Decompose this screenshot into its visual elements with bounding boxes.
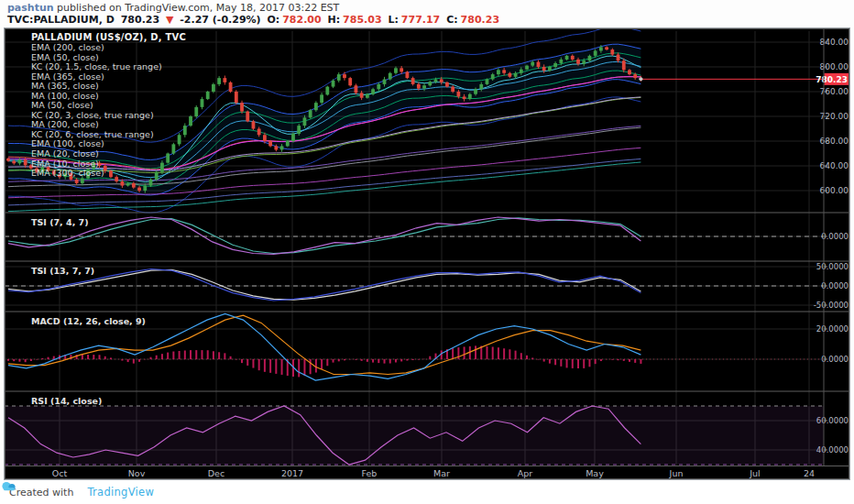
published-chart-page: pashtun published on TradingView.com, Ma…: [0, 0, 854, 504]
footer: Created with TradingView: [0, 480, 854, 504]
tradingview-cloud-icon: [0, 480, 18, 491]
svg-text:May: May: [586, 468, 604, 478]
tsi1-label[interactable]: TSI (7, 4, 7): [31, 217, 89, 227]
publish-line: pashtun published on TradingView.com, Ma…: [7, 2, 502, 14]
svg-text:Mar: Mar: [433, 468, 450, 478]
svg-text:Dec: Dec: [208, 468, 224, 478]
svg-text:24: 24: [804, 468, 815, 478]
symbol-bar: TVC:PALLADIUM, D 780.23 ▼ -2.27 (-0.29%)…: [7, 14, 502, 26]
indicator-legend: PALLADIUM (US$/OZ), D, TVC EMA (200, clo…: [31, 32, 186, 179]
macd-label[interactable]: MACD (12, 26, close, 9): [31, 316, 146, 326]
low-value: 777.17: [401, 14, 440, 26]
svg-text:-50.0000: -50.0000: [814, 301, 849, 310]
tradingview-brand-link[interactable]: TradingView: [87, 486, 154, 499]
svg-text:2017: 2017: [281, 468, 303, 478]
chart-area[interactable]: OctNovDec2017FebMarAprMayJunJul24840.008…: [4, 27, 850, 480]
header: pashtun published on TradingView.com, Ma…: [7, 2, 502, 26]
legend-item[interactable]: EMA (300, close): [31, 169, 186, 179]
svg-text:20.0000: 20.0000: [816, 324, 849, 334]
svg-text:Apr: Apr: [518, 468, 533, 478]
svg-text:0.0000: 0.0000: [821, 281, 849, 290]
svg-text:0.0000: 0.0000: [821, 355, 849, 364]
publish-info: published on TradingView.com, May 18, 20…: [54, 2, 340, 14]
close-value: 780.23: [461, 14, 499, 26]
svg-text:Feb: Feb: [362, 468, 378, 478]
legend-item[interactable]: EMA (20, close): [31, 149, 186, 159]
price-change: -2.27 (-0.29%): [180, 14, 260, 26]
low-label: L:: [388, 14, 398, 26]
svg-text:780.23: 780.23: [816, 75, 848, 84]
svg-text:0.0000: 0.0000: [821, 232, 849, 241]
symbol-name[interactable]: TVC:PALLADIUM, D: [7, 14, 115, 26]
svg-text:Nov: Nov: [128, 468, 146, 478]
close-label: C:: [446, 14, 457, 26]
author-link[interactable]: pashtun: [7, 2, 54, 14]
svg-text:Oct: Oct: [52, 468, 68, 478]
open-value: 782.00: [282, 14, 321, 26]
high-label: H:: [328, 14, 341, 26]
svg-text:Jul: Jul: [749, 468, 760, 478]
svg-text:50.0000: 50.0000: [816, 262, 849, 271]
direction-arrow-icon: ▼: [166, 14, 173, 26]
legend-title[interactable]: PALLADIUM (US$/OZ), D, TVC: [31, 32, 186, 42]
last-price: 780.23: [121, 14, 159, 26]
svg-text:Jun: Jun: [669, 468, 684, 478]
high-value: 785.03: [343, 14, 381, 26]
rsi-label[interactable]: RSI (14, close): [31, 396, 102, 406]
open-label: O:: [267, 14, 279, 26]
created-with-text: Created with: [9, 487, 73, 499]
tsi2-label[interactable]: TSI (13, 7, 7): [31, 266, 94, 276]
legend-item[interactable]: EMA (200, close): [31, 43, 186, 53]
